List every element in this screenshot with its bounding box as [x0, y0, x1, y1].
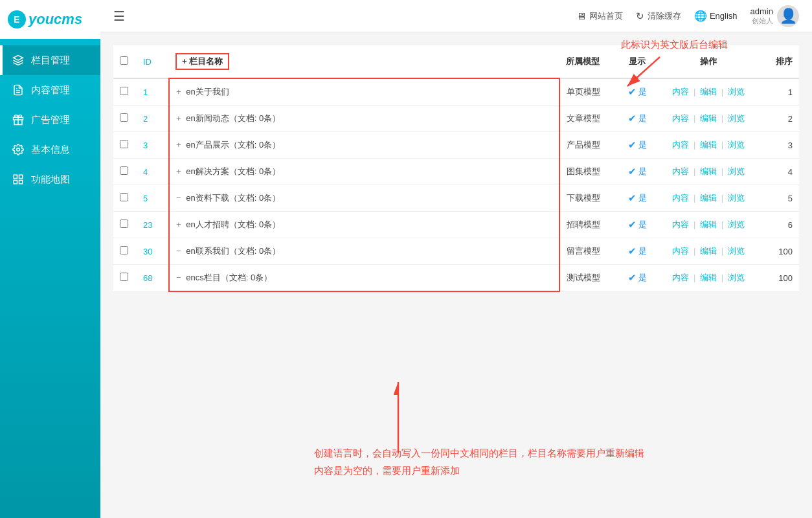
ops-edit-link[interactable]: 编辑: [700, 140, 717, 150]
row-checkbox[interactable]: [120, 113, 128, 122]
ops-edit-link[interactable]: 编辑: [700, 193, 717, 203]
globe-icon: 🌐: [694, 10, 707, 22]
sidebar-item-sitemap[interactable]: 功能地图: [0, 164, 100, 194]
display-label: 是: [638, 272, 647, 284]
user-name: admin: [750, 6, 773, 16]
row-ops: 内容 | 编辑 | 浏览: [657, 238, 760, 265]
row-check-cell: [113, 212, 137, 238]
sidebar-item-label: 功能地图: [31, 174, 70, 186]
sidebar-item-content[interactable]: 内容管理: [0, 75, 100, 105]
row-checkbox[interactable]: [120, 140, 128, 148]
row-ops: 内容 | 编辑 | 浏览: [657, 132, 760, 159]
row-name: − encs栏目（文档: 0条）: [169, 265, 559, 292]
sidebar-item-category[interactable]: 栏目管理: [0, 45, 100, 75]
row-checkbox[interactable]: [120, 87, 128, 95]
row-id: 30: [137, 238, 169, 265]
ops-view-link[interactable]: 浏览: [728, 273, 745, 282]
file-text-icon: [12, 84, 25, 96]
sidebar-item-ad[interactable]: 广告管理: [0, 105, 100, 135]
row-model: 测试模型: [559, 265, 618, 292]
ops-view-link[interactable]: 浏览: [728, 113, 745, 123]
row-checkbox[interactable]: [120, 220, 128, 228]
check-circle-icon: ✔: [628, 272, 637, 284]
row-checkbox[interactable]: [120, 246, 128, 254]
ops-edit-link[interactable]: 编辑: [700, 113, 717, 123]
row-model: 单页模型: [559, 78, 618, 106]
ops-content-link[interactable]: 内容: [672, 273, 689, 282]
ops-content-link[interactable]: 内容: [672, 220, 689, 229]
row-id: 4: [137, 159, 169, 185]
ops-view-link[interactable]: 浏览: [728, 246, 745, 256]
row-name-prefix: +: [176, 140, 181, 150]
hamburger-icon[interactable]: ☰: [113, 8, 125, 24]
category-table: ID + 栏目名称 所属模型 显示 操作 排序: [113, 45, 799, 292]
table-row: 2 + en新闻动态（文档: 0条） 文章模型 ✔ 是 内容 | 编辑 | 浏览…: [113, 106, 799, 132]
logo-text: youcms: [28, 11, 82, 28]
table-row: 23 + en人才招聘（文档: 0条） 招聘模型 ✔ 是 内容 | 编辑 | 浏…: [113, 212, 799, 238]
ops-edit-link[interactable]: 编辑: [700, 246, 717, 256]
sidebar-item-label: 广告管理: [31, 114, 70, 126]
settings-icon: [12, 143, 25, 156]
th-id: ID: [137, 45, 169, 78]
ops-view-link[interactable]: 浏览: [728, 193, 745, 203]
row-id: 68: [137, 265, 169, 292]
ops-view-link[interactable]: 浏览: [728, 140, 745, 150]
row-model: 图集模型: [559, 159, 618, 185]
th-name-label: + 栏目名称: [182, 56, 223, 67]
ops-edit-link[interactable]: 编辑: [700, 87, 717, 96]
row-name-prefix: +: [176, 220, 181, 229]
th-sort: 排序: [760, 45, 799, 78]
language-button[interactable]: 🌐 English: [694, 10, 738, 22]
table-row: 5 − en资料下载（文档: 0条） 下载模型 ✔ 是 内容 | 编辑 | 浏览…: [113, 185, 799, 212]
clear-cache-link[interactable]: ↻ 清除缓存: [636, 10, 681, 22]
row-checkbox[interactable]: [120, 193, 128, 201]
check-circle-icon: ✔: [628, 219, 637, 231]
ops-view-link[interactable]: 浏览: [728, 166, 745, 176]
ops-view-link[interactable]: 浏览: [728, 87, 745, 96]
check-circle-icon: ✔: [628, 86, 637, 98]
row-check-cell: [113, 185, 137, 212]
row-name-prefix: −: [176, 273, 181, 282]
th-name: + 栏目名称: [169, 45, 559, 78]
row-sort: 100: [760, 265, 799, 292]
row-name: + en解决方案（文档: 0条）: [169, 159, 559, 185]
th-model: 所属模型: [559, 45, 618, 78]
row-name: + en产品展示（文档: 0条）: [169, 132, 559, 159]
check-circle-icon: ✔: [628, 113, 637, 124]
row-name-text: en联系我们（文档: 0条）: [186, 246, 280, 256]
row-checkbox[interactable]: [120, 273, 128, 281]
row-display: ✔ 是: [618, 238, 657, 265]
row-id: 2: [137, 106, 169, 132]
grid-icon: [12, 173, 25, 186]
row-model: 下载模型: [559, 185, 618, 212]
select-all-checkbox[interactable]: [120, 56, 128, 65]
ops-content-link[interactable]: 内容: [672, 140, 689, 150]
row-model: 留言模型: [559, 238, 618, 265]
ops-edit-link[interactable]: 编辑: [700, 273, 717, 282]
refresh-icon: ↻: [636, 10, 644, 22]
row-name-text: en关于我们: [186, 87, 229, 96]
ops-edit-link[interactable]: 编辑: [700, 220, 717, 229]
table-row: 4 + en解决方案（文档: 0条） 图集模型 ✔ 是 内容 | 编辑 | 浏览…: [113, 159, 799, 185]
ops-content-link[interactable]: 内容: [672, 166, 689, 176]
ops-edit-link[interactable]: 编辑: [700, 166, 717, 176]
ops-content-link[interactable]: 内容: [672, 113, 689, 123]
row-checkbox[interactable]: [120, 166, 128, 175]
row-id: 23: [137, 212, 169, 238]
ops-view-link[interactable]: 浏览: [728, 220, 745, 229]
row-check-cell: [113, 159, 137, 185]
row-id: 3: [137, 132, 169, 159]
content-area: 此标识为英文版后台编辑 ID: [100, 32, 812, 518]
row-ops: 内容 | 编辑 | 浏览: [657, 212, 760, 238]
ops-content-link[interactable]: 内容: [672, 193, 689, 203]
layers-icon: [12, 54, 25, 67]
sidebar-item-label: 基本信息: [31, 144, 70, 156]
sidebar-item-basic[interactable]: 基本信息: [0, 135, 100, 164]
user-area[interactable]: admin 创始人 👤: [750, 5, 799, 27]
home-link[interactable]: 🖥 网站首页: [576, 10, 623, 22]
display-label: 是: [638, 86, 647, 98]
row-ops: 内容 | 编辑 | 浏览: [657, 106, 760, 132]
ops-content-link[interactable]: 内容: [672, 87, 689, 96]
ops-content-link[interactable]: 内容: [672, 246, 689, 256]
row-name: + en新闻动态（文档: 0条）: [169, 106, 559, 132]
